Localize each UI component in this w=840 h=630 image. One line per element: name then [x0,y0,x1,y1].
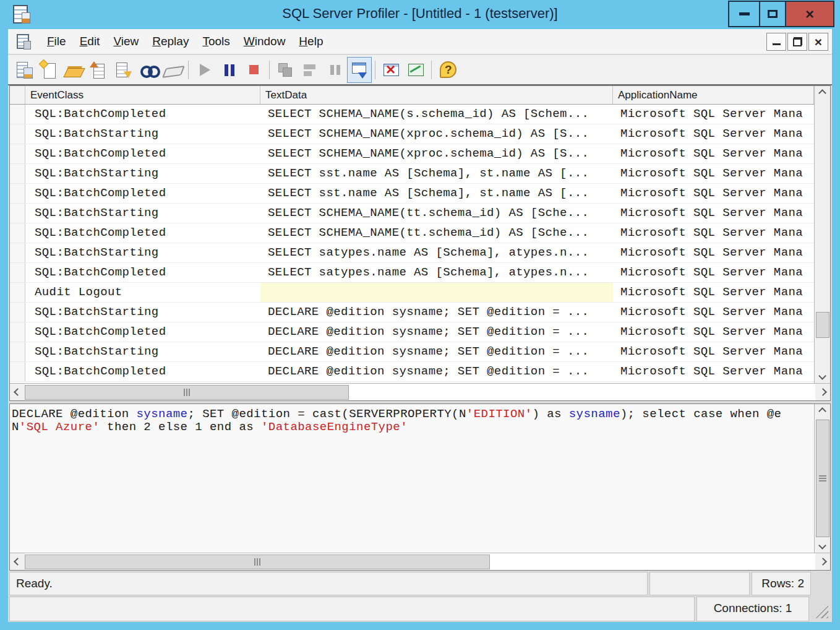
start-trace-icon [194,59,215,80]
cell-applicationname: Microsoft SQL Server Mana [613,342,814,361]
new-trace-button[interactable] [36,57,61,83]
pane-vscroll-thumb[interactable] [816,420,829,537]
cell-textdata: SELECT SCHEMA_NAME(s.schema_id) AS [Sche… [260,105,613,124]
grid-horizontal-scrollbar[interactable] [10,383,830,400]
cell-eventclass: SQL:BatchStarting [25,303,260,322]
cell-eventclass: SQL:BatchCompleted [25,144,260,163]
table-row[interactable]: SQL:BatchStartingSELECT SCHEMA_NAME(xpro… [10,124,814,144]
run-to-cursor-button[interactable] [298,57,322,83]
menu-window[interactable]: Window [237,31,293,52]
auto-scroll-button[interactable] [347,57,372,83]
scroll-left-arrow-icon[interactable] [10,384,25,400]
table-row[interactable]: SQL:BatchCompletedSELECT SCHEMA_NAME(s.s… [10,105,814,124]
scroll-right-arrow-icon[interactable] [815,384,830,400]
table-row[interactable]: SQL:BatchStartingSELECT SCHEMA_NAME(tt.s… [10,204,814,223]
table-row[interactable]: Audit LogoutMicrosoft SQL Server Mana [10,283,814,303]
scroll-up-arrow-icon[interactable] [815,404,830,418]
menu-help[interactable]: Help [292,31,330,52]
properties-button[interactable] [111,57,135,83]
row-selector [10,144,25,163]
child-restore-button[interactable] [787,33,807,51]
scroll-down-arrow-icon[interactable] [815,538,830,553]
table-row[interactable]: SQL:BatchCompletedSELECT satypes.name AS… [10,263,814,283]
cell-eventclass: SQL:BatchStarting [25,243,260,262]
menu-tools[interactable]: Tools [195,31,236,52]
cell-applicationname: Microsoft SQL Server Mana [613,362,814,381]
grid-vertical-scrollbar[interactable] [814,86,830,383]
menu-view[interactable]: View [106,31,145,52]
table-row[interactable]: SQL:BatchStartingDECLARE @edition sysnam… [10,342,814,362]
save-trace-button[interactable] [86,57,111,83]
scroll-down-arrow-icon[interactable] [815,369,830,383]
toggle-breakpoint-button[interactable] [322,57,347,83]
menu-edit[interactable]: Edit [73,31,107,52]
scroll-right-arrow-icon[interactable] [815,553,830,570]
pane-hscroll-thumb[interactable] [25,554,490,569]
child-minimize-button[interactable] [766,33,786,51]
toolbar-separator [269,61,270,79]
clear-trace-button[interactable] [160,57,185,83]
step-button[interactable] [273,57,298,83]
row-selector [10,105,25,124]
row-selector [10,223,25,243]
cell-applicationname: Microsoft SQL Server Mana [613,184,814,203]
grid-main: EventClass TextData ApplicationName SQL:… [10,86,814,383]
column-header-applicationname[interactable]: ApplicationName [613,86,814,104]
step-icon [275,59,296,80]
table-x-button[interactable] [379,57,403,83]
properties-icon [113,59,134,80]
chart-grid-button[interactable] [403,57,428,83]
sql-text[interactable]: DECLARE @edition sysname; SET @edition =… [10,404,814,553]
column-header-textdata[interactable]: TextData [260,86,613,104]
toolbar [8,55,832,85]
cell-eventclass: SQL:BatchCompleted [25,184,260,203]
cell-applicationname: Microsoft SQL Server Mana [613,164,814,183]
trace-properties-button[interactable] [12,57,36,83]
row-selector [10,283,25,302]
chart-grid-icon [405,59,426,80]
window-controls: × [728,1,834,27]
scroll-up-arrow-icon[interactable] [815,86,830,100]
close-button[interactable]: × [786,1,834,27]
table-row[interactable]: SQL:BatchCompletedDECLARE @edition sysna… [10,362,814,382]
grid-hscroll-thumb[interactable] [25,385,349,400]
minimize-button[interactable] [728,1,760,27]
table-row[interactable]: SQL:BatchStartingDECLARE @edition sysnam… [10,303,814,322]
pause-trace-button[interactable] [216,57,241,83]
status-rows-count: Rows: 2 [752,572,811,595]
scroll-left-arrow-icon[interactable] [10,553,25,570]
maximize-button[interactable] [760,1,786,27]
table-row[interactable]: SQL:BatchStartingSELECT sst.name AS [Sch… [10,164,814,184]
restore-icon [793,37,802,46]
run-to-cursor-icon [299,59,320,80]
cell-textdata: SELECT satypes.name AS [Schema], atypes.… [260,243,613,262]
child-close-button[interactable]: × [808,33,828,51]
start-trace-button[interactable] [192,57,216,83]
trace-properties-icon [14,59,35,80]
cell-applicationname: Microsoft SQL Server Mana [613,204,814,223]
pane-horizontal-scrollbar[interactable] [10,553,830,570]
table-row[interactable]: SQL:BatchCompletedSELECT sst.name AS [Sc… [10,184,814,204]
row-selector [10,124,25,144]
cell-textdata: SELECT SCHEMA_NAME(xproc.schema_id) AS [… [260,124,613,144]
cell-eventclass: SQL:BatchStarting [25,342,260,361]
toolbar-separator [431,61,432,79]
help-button[interactable] [435,57,460,83]
pane-vertical-scrollbar[interactable] [814,404,830,553]
cell-eventclass: SQL:BatchStarting [25,204,260,223]
menu-file[interactable]: File [40,31,73,52]
menu-replay[interactable]: Replay [145,31,195,52]
table-row[interactable]: SQL:BatchCompletedSELECT SCHEMA_NAME(tt.… [10,223,814,243]
stop-trace-button[interactable] [241,57,266,83]
column-header-eventclass[interactable]: EventClass [25,86,260,104]
status-ready: Ready. [9,572,648,595]
table-row[interactable]: SQL:BatchCompletedSELECT SCHEMA_NAME(xpr… [10,144,814,164]
table-row[interactable]: SQL:BatchStartingSELECT satypes.name AS … [10,243,814,263]
grid-vscroll-thumb[interactable] [816,312,829,338]
cell-applicationname: Microsoft SQL Server Mana [613,322,814,342]
open-trace-button[interactable] [61,57,86,83]
find-button[interactable] [135,57,160,83]
minimize-icon [773,43,781,45]
table-row[interactable]: SQL:BatchCompletedDECLARE @edition sysna… [10,322,814,342]
stop-trace-icon [243,59,264,80]
